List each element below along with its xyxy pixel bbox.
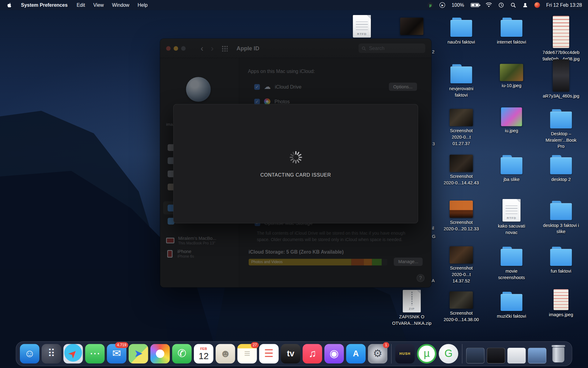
desktop-icon-screenshot-143800[interactable]: Screenshot 2020-0...14.38.00 [443, 291, 480, 323]
menu-help[interactable]: Help [134, 2, 152, 8]
dock-launchpad[interactable]: ⠿ [42, 344, 61, 364]
notification-badge: 27 [251, 342, 259, 348]
menu-window[interactable]: Window [108, 2, 134, 8]
utorrent-glyph: µ [424, 348, 430, 359]
launchpad-glyph: ⠿ [47, 348, 55, 359]
desktop-icon-internet-faktovi[interactable]: internet faktovi [493, 17, 530, 45]
menu-app-name[interactable]: System Preferences [17, 2, 72, 8]
desktop-icon-label: internet faktovi [497, 39, 526, 45]
dock-photos[interactable]: ✿ [150, 344, 170, 364]
menu-view[interactable]: View [89, 2, 108, 8]
messages-glyph: ⋯ [90, 348, 100, 359]
dock-maps[interactable]: ➤ [129, 344, 148, 364]
wifi-icon[interactable] [485, 3, 492, 8]
calendar-day: 12 [199, 351, 209, 360]
desktop-icon-jba-slike[interactable]: jba slike [493, 155, 530, 183]
image-icon [400, 18, 424, 35]
folder-icon [499, 291, 523, 312]
dock-finder[interactable]: ☺ [20, 344, 40, 364]
desktop-icon-label: Screenshot 2020-0...20.12.33 [444, 219, 479, 232]
apple-menu[interactable] [6, 2, 16, 8]
menu-edit[interactable]: Edit [73, 2, 89, 8]
user-switch-icon[interactable] [522, 2, 528, 8]
dock-calendar[interactable]: FEB12 [194, 344, 213, 364]
desktop-icon-label: Screenshot 2020-0...t 01.27.37 [443, 128, 480, 147]
clipped-icon-label-fragment: 3 [432, 141, 435, 146]
desktop-icon-images-jpeg[interactable]: images.jpeg [542, 289, 580, 318]
folder-icon [449, 64, 473, 84]
desktop-icon-desktop-3-faktovi[interactable]: desktop 3 faktovi i slike [542, 201, 580, 235]
desktop-icon-screenshot-143752[interactable]: Screenshot 2020-0...t 14.37.52 [443, 246, 480, 284]
desktop-icon-naucni-faktovi[interactable]: naučni faktovi [443, 17, 480, 45]
desktop-icon-movie-screenshoots[interactable]: movie screenshoots [493, 246, 530, 281]
dock-utorrent[interactable]: µ [417, 344, 437, 364]
desktop-icon-fun-faktovi[interactable]: fun faktovi [542, 246, 580, 274]
desktop-icon-screenshot-201233[interactable]: Screenshot 2020-0...20.12.33 [443, 201, 480, 232]
desktop-icon-label: desktop 2 [551, 177, 571, 183]
dock-minimized-window-3[interactable] [507, 348, 526, 363]
dock-safari[interactable]: ➤ [63, 344, 83, 364]
dock-tv[interactable]: tv [281, 344, 300, 364]
dock-facetime[interactable]: ✆ [172, 344, 192, 364]
desktop-icon-iu-jpeg[interactable]: iu.jpeg [493, 107, 530, 134]
dock-messages[interactable]: ⋯ [85, 344, 105, 364]
dock-trash[interactable] [548, 344, 568, 364]
menu-bar: System Preferences EditViewWindowHelp µ … [0, 0, 588, 10]
system-preferences-glyph: ⚙ [373, 348, 383, 359]
charging-bolt-icon [473, 4, 477, 7]
desktop-icon-label: nevjerovatni faktovi [449, 86, 473, 98]
menu-clock[interactable]: Fri 12 Feb 13:28 [546, 2, 582, 8]
desktop-icon-iu-10-jpeg[interactable]: iu-10.jpeg [493, 64, 530, 89]
dock-podcasts[interactable]: ◉ [324, 344, 344, 364]
time-machine-icon[interactable] [498, 2, 504, 8]
desktop-icon-7dde-jpg[interactable]: 7dde677b9cc4deb 9afe0eb...4e08.jpg [542, 16, 580, 62]
desktop-icon-zapisnik-zip[interactable]: ZIPZAPISNIK O OTVARA...NIKA.zip [393, 290, 430, 327]
desktop-icon-movie-still[interactable] [393, 18, 430, 35]
dock-minimized-window-1[interactable] [466, 348, 484, 363]
clipped-icon-label-fragment: 2 [432, 49, 435, 54]
siri-icon[interactable] [534, 2, 540, 8]
utorrent-menu-icon[interactable]: µ [428, 2, 433, 8]
desktop-icon-rtfd-file[interactable]: RTFD [343, 15, 380, 37]
desktop-icon-ar7y3aj-jpg[interactable]: aR7y3Aj_460s.jpg [542, 59, 580, 99]
desktop-icon-label: iu-10.jpeg [502, 82, 522, 89]
desktop-icon-screenshot-144243[interactable]: Screenshot 2020-0...14.42.43 [443, 155, 480, 186]
modal-message: CONTACTING CARD ISSUER [260, 172, 331, 177]
desktop-icon-label: aR7y3Aj_460s.jpg [543, 93, 579, 100]
desktop-icon-label: kako sacuvati novac [498, 223, 525, 236]
dock-mail[interactable]: ✉4.719 [107, 344, 126, 364]
folder-icon [499, 17, 523, 37]
image-icon [553, 16, 569, 48]
desktop-icon-nevjerovatni-faktovi[interactable]: nevjerovatni faktovi [443, 64, 480, 98]
spotlight-icon[interactable] [510, 2, 516, 8]
desktop-icon-desktop-2[interactable]: desktop 2 [542, 155, 580, 183]
music-glyph: ♫ [308, 348, 316, 359]
dock-g-app[interactable]: G [439, 344, 458, 364]
image-icon [501, 107, 522, 126]
dock-contacts[interactable]: ☻ [216, 344, 235, 364]
desktop-icon-label: Screenshot 2020-0...14.42.43 [444, 174, 479, 186]
dock-minimized-window-4[interactable] [528, 348, 546, 363]
desktop-icon-screenshot-012737[interactable]: Screenshot 2020-0...t 01.27.37 [443, 109, 480, 147]
finder-glyph: ☺ [24, 348, 35, 359]
folder-icon [449, 17, 473, 37]
desktop-icon-label: jba slike [503, 177, 520, 183]
desktop-icon-kako-sacuvati-novac[interactable]: RTFDkako sacuvati novac [493, 199, 530, 236]
desktop-icon-label: muzički faktovi [497, 313, 526, 320]
photos-glyph: ✿ [156, 348, 164, 359]
desktop-icon-muzicki-faktovi[interactable]: muzički faktovi [493, 291, 530, 320]
dock-hush[interactable]: HUSH [395, 344, 415, 364]
battery-icon[interactable] [470, 3, 479, 7]
clipped-icon-label-fragment: il [432, 226, 434, 231]
dock-music[interactable]: ♫ [303, 344, 322, 364]
play-menu-icon[interactable]: ▶ [440, 2, 445, 8]
safari-glyph: ➤ [66, 347, 80, 361]
dock-reminders[interactable]: ☰ [259, 344, 279, 364]
dock-system-preferences[interactable]: ⚙1 [368, 344, 387, 364]
folder-icon [499, 246, 523, 266]
desktop-icon-label: desktop 3 faktovi i slike [543, 222, 579, 235]
dock-notes[interactable]: ≡27 [237, 344, 257, 364]
dock-minimized-window-2[interactable] [487, 348, 505, 363]
desktop-icon-desktop-miralem[interactable]: Desktop – Miralem’...Book Pro [542, 109, 580, 150]
dock-app-store[interactable]: A [346, 344, 366, 364]
